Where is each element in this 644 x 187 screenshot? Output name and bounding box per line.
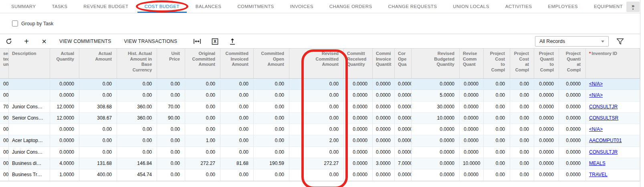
- cell-actual-amount[interactable]: 400.00: [79, 169, 117, 180]
- cell-actual-amount[interactable]: 0.00: [79, 79, 117, 89]
- cell-revised-budgeted-amount-clipped[interactable]: 00: [0, 147, 9, 158]
- cell-unit-price[interactable]: 0.00: [157, 135, 185, 146]
- inventory-id-link[interactable]: CONSULTSR: [589, 115, 618, 121]
- cell-revised-budgeted-amount-clipped[interactable]: 00: [0, 158, 9, 169]
- cell-unit-price[interactable]: 70.00: [157, 102, 185, 112]
- cell-projected-cost-at-completion[interactable]: 0.00: [510, 124, 534, 135]
- cell-revised-committed-quantity[interactable]: 0.0000: [460, 135, 484, 146]
- cell-projected-quantity-at-completion[interactable]: 0.0000: [559, 90, 586, 101]
- cell-projected-quantity-at-completion[interactable]: 0.0000: [559, 147, 586, 158]
- cell-committed-open-quantity[interactable]: 0.0000: [395, 124, 412, 135]
- cell-projected-cost-at-completion[interactable]: 0.00: [510, 135, 534, 146]
- cell-committed-open-amount[interactable]: 0.00: [254, 135, 289, 146]
- cell-committed-invoiced-quantity[interactable]: 0.0000: [373, 79, 395, 89]
- cell-actual-quantity[interactable]: 0.0000: [50, 135, 79, 146]
- cell-hist-actual-amount-in-base-currency[interactable]: 0.00: [117, 124, 157, 135]
- column-header-unit-price[interactable]: Unit Price: [157, 49, 185, 78]
- cell-committed-invoiced-quantity[interactable]: 3.0000: [373, 158, 395, 169]
- cell-projected-quantity-to-complete[interactable]: 0.0000: [534, 124, 559, 135]
- cell-original-committed-amount[interactable]: 1.00: [185, 135, 220, 146]
- cell-actual-amount[interactable]: 308.67: [79, 113, 117, 124]
- cell-committed-open-quantity[interactable]: 7.0000: [395, 158, 412, 169]
- cell-revised-committed-quantity[interactable]: 10.0000: [460, 158, 484, 169]
- cell-inventory-id[interactable]: <N/A>: [586, 79, 640, 89]
- cell-description[interactable]: Junior Cons…: [9, 147, 50, 158]
- column-header-committed-open-amount[interactable]: Committed Open Amount: [254, 49, 289, 78]
- cell-projected-quantity-to-complete[interactable]: 0.0000: [534, 158, 559, 169]
- cell-projected-quantity-to-complete[interactable]: 0.0000: [534, 135, 559, 146]
- cell-committed-open-quantity[interactable]: 0.0000: [395, 169, 412, 180]
- column-header-projected-quantity-at-completion[interactable]: Project Quanti at Compl: [559, 49, 586, 78]
- cell-revised-committed-amount[interactable]: 0.00: [289, 169, 344, 180]
- cell-unit-price[interactable]: 0.00: [157, 90, 185, 101]
- cell-committed-open-quantity[interactable]: 0.0000: [395, 147, 412, 158]
- cell-projected-cost-to-complete[interactable]: 0.00: [484, 79, 510, 89]
- cell-revised-budgeted-quantity[interactable]: 0.0000: [412, 79, 460, 89]
- cell-revised-committed-quantity[interactable]: 0.0000: [460, 169, 484, 180]
- column-header-committed-open-quantity[interactable]: Cor Ope Qua: [395, 49, 412, 78]
- cell-committed-open-amount[interactable]: 0.00: [254, 113, 289, 124]
- cell-inventory-id[interactable]: CONSULTSR: [586, 113, 640, 124]
- cell-committed-invoiced-quantity[interactable]: 0.0000: [373, 113, 395, 124]
- cell-actual-quantity[interactable]: 12.0000: [50, 113, 79, 124]
- cell-description[interactable]: [9, 90, 50, 101]
- inventory-id-link[interactable]: AACOMPUT01: [589, 138, 622, 143]
- cell-revised-committed-quantity[interactable]: 0.0000: [460, 79, 484, 89]
- cell-projected-quantity-to-complete[interactable]: 0.0000: [534, 147, 559, 158]
- inventory-id-link[interactable]: <N/A>: [589, 126, 603, 132]
- records-filter-dropdown[interactable]: All Records: [535, 36, 609, 47]
- cell-committed-open-quantity[interactable]: 0.0000: [395, 79, 412, 89]
- cell-projected-quantity-to-complete[interactable]: 0.0000: [534, 79, 559, 89]
- cell-hist-actual-amount-in-base-currency[interactable]: 0.00: [117, 135, 157, 146]
- cell-revised-committed-quantity[interactable]: 0.0000: [460, 90, 484, 101]
- cell-actual-amount[interactable]: 0.00: [79, 135, 117, 146]
- cell-projected-cost-at-completion[interactable]: 0.00: [510, 158, 534, 169]
- cell-committed-open-amount[interactable]: 0.00: [254, 79, 289, 89]
- group-by-task-checkbox[interactable]: [12, 20, 18, 26]
- cell-revised-budgeted-quantity[interactable]: 5.0000: [412, 90, 460, 101]
- cell-unit-price[interactable]: 0.00: [157, 79, 185, 89]
- cell-projected-cost-to-complete[interactable]: 0.00: [484, 102, 510, 112]
- cell-revised-committed-amount[interactable]: 0.00: [289, 90, 344, 101]
- cell-inventory-id[interactable]: CONSULTJR: [586, 102, 640, 112]
- cell-committed-received-quantity[interactable]: 0.0000: [344, 90, 373, 101]
- cell-original-committed-amount[interactable]: 0.00: [185, 169, 220, 180]
- cell-inventory-id[interactable]: MEALS: [586, 158, 640, 169]
- column-header-description[interactable]: Description: [9, 49, 50, 78]
- cell-actual-quantity[interactable]: 1.0000: [50, 169, 79, 180]
- cell-projected-quantity-to-complete[interactable]: 0.0000: [534, 113, 559, 124]
- more-tabs-button[interactable]: » ▾: [626, 2, 640, 12]
- export-button[interactable]: [224, 35, 241, 47]
- inventory-id-link[interactable]: <N/A>: [589, 92, 603, 98]
- cell-revised-committed-amount[interactable]: 272.27: [289, 158, 344, 169]
- tab-summary[interactable]: SUMMARY: [4, 0, 43, 13]
- tab-invoices[interactable]: INVOICES: [283, 0, 321, 13]
- cell-committed-open-amount[interactable]: 0.00: [254, 90, 289, 101]
- cell-projected-cost-to-complete[interactable]: 0.00: [484, 90, 510, 101]
- cell-projected-quantity-at-completion[interactable]: 0.0000: [559, 102, 586, 112]
- cell-committed-received-quantity[interactable]: 0.0000: [344, 147, 373, 158]
- cell-original-committed-amount[interactable]: 272.27: [185, 158, 220, 169]
- column-header-committed-invoiced-quantity[interactable]: Commi Invoice Quantit: [373, 49, 395, 78]
- table-row[interactable]: 00Junior Cons…0.00000.000.000.000.000.00…: [0, 147, 640, 158]
- cell-committed-received-quantity[interactable]: 0.0000: [344, 158, 373, 169]
- cell-committed-received-quantity[interactable]: 0.0000: [344, 169, 373, 180]
- inventory-id-link[interactable]: CONSULTJR: [589, 104, 618, 110]
- cell-committed-invoiced-amount[interactable]: 0.00: [220, 79, 254, 89]
- table-row[interactable]: 000.00000.000.000.000.000.000.000.000.00…: [0, 124, 640, 135]
- cell-projected-cost-to-complete[interactable]: 0.00: [484, 113, 510, 124]
- inventory-id-link[interactable]: CONSULTJR: [589, 149, 618, 155]
- cell-projected-quantity-at-completion[interactable]: 0.0000: [559, 79, 586, 89]
- cell-revised-budgeted-quantity[interactable]: 0.0000: [412, 124, 460, 135]
- table-row[interactable]: 90Senior Cons…12.0000308.67360.0090.000.…: [0, 113, 640, 124]
- cell-original-committed-amount[interactable]: 0.00: [185, 102, 220, 112]
- cell-actual-quantity[interactable]: 0.0000: [50, 147, 79, 158]
- column-header-projected-quantity-to-complete[interactable]: Project Quanti to Compl: [534, 49, 559, 78]
- cell-revised-committed-amount[interactable]: 0.00: [289, 124, 344, 135]
- cell-revised-committed-amount[interactable]: 0.00: [289, 113, 344, 124]
- cell-revised-committed-quantity[interactable]: 0.0000: [460, 102, 484, 112]
- cell-revised-committed-quantity[interactable]: 0.0000: [460, 147, 484, 158]
- cell-unit-price[interactable]: 0.00: [157, 169, 185, 180]
- table-row[interactable]: 00Acer Laptop…0.00000.000.000.001.000.00…: [0, 135, 640, 146]
- cell-committed-invoiced-quantity[interactable]: 0.0000: [373, 124, 395, 135]
